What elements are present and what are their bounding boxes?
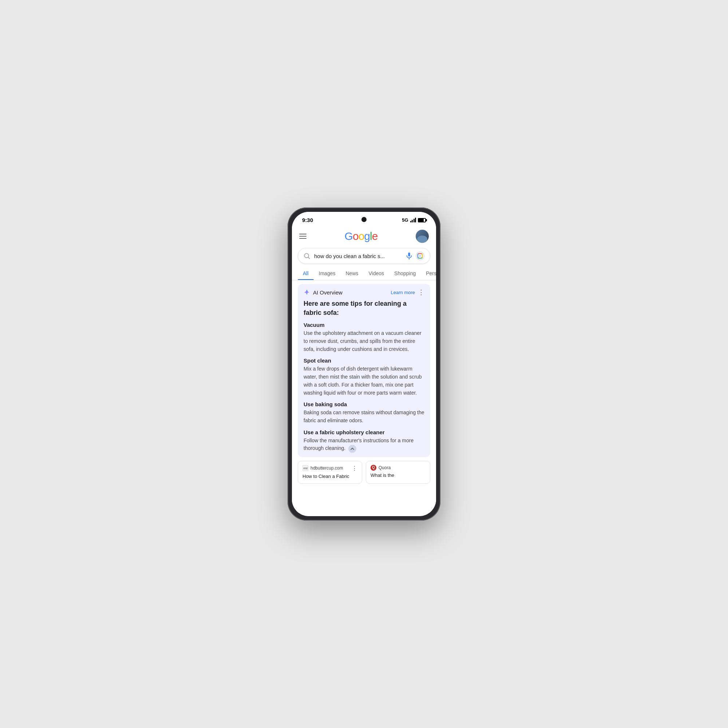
svg-point-5 — [419, 255, 422, 257]
ai-tip-text-1: Mix a few drops of dish detergent with l… — [304, 365, 424, 397]
source-card-header-0: #/d hdbuttercup.com ⋮ — [303, 465, 358, 472]
ai-label: AI Overview — [313, 289, 343, 295]
search-query: how do you clean a fabric s... — [314, 253, 402, 259]
avatar[interactable] — [416, 230, 429, 243]
source-more-icon-0[interactable]: ⋮ — [352, 465, 358, 472]
source-card-0[interactable]: #/d hdbuttercup.com ⋮ How to Clean a Fab… — [298, 461, 362, 484]
tab-videos[interactable]: Videos — [364, 267, 390, 280]
content-area: Google how do you clean a fabric s... — [292, 226, 436, 513]
learn-more-link[interactable]: Learn more — [391, 290, 415, 295]
ai-tip-title-2: Use baking soda — [304, 401, 424, 407]
tab-pers[interactable]: Pers... — [421, 267, 436, 280]
status-bar: 9:30 5G — [292, 212, 436, 226]
voice-search-icon[interactable] — [405, 252, 413, 260]
status-time: 9:30 — [302, 217, 313, 223]
search-tabs: All Images News Videos Shopping Pers... — [292, 267, 436, 280]
network-label: 5G — [402, 217, 408, 223]
ai-overview-section: AI Overview Learn more ⋮ Here are some t… — [298, 284, 430, 457]
ai-label-row: AI Overview — [304, 289, 343, 295]
source-domain-1: Quora — [379, 465, 425, 470]
battery-icon — [418, 218, 426, 222]
ai-tip-text-0: Use the upholstery attachment on a vacuu… — [304, 329, 424, 353]
google-header: Google — [292, 226, 436, 245]
ai-heading: Here are some tips for cleaning a fabric… — [304, 299, 424, 317]
search-bar[interactable]: how do you clean a fabric s... — [298, 248, 430, 264]
source-card-header-1: Q Quora — [370, 465, 425, 471]
source-card-1[interactable]: Q Quora What is the — [366, 461, 430, 484]
ai-tip-title-0: Vacuum — [304, 322, 424, 328]
google-lens-icon[interactable] — [415, 251, 425, 261]
camera-notch — [361, 217, 367, 222]
search-icon — [303, 252, 310, 260]
tab-shopping[interactable]: Shopping — [389, 267, 421, 280]
ai-tip-title-3: Use a fabric upholstery cleaner — [304, 429, 424, 435]
signal-icon — [410, 218, 416, 222]
ai-overview-header: AI Overview Learn more ⋮ — [304, 288, 424, 296]
collapse-icon[interactable] — [348, 445, 356, 453]
ai-header-right: Learn more ⋮ — [391, 288, 424, 296]
source-cards: #/d hdbuttercup.com ⋮ How to Clean a Fab… — [298, 461, 430, 484]
ai-tip-text-3: Follow the manufacturer's instructions f… — [304, 437, 424, 453]
ai-content: Here are some tips for cleaning a fabric… — [304, 299, 424, 453]
source-favicon-0: #/d — [303, 465, 308, 471]
hamburger-menu-icon[interactable] — [299, 234, 306, 239]
source-title-1: What is the — [370, 472, 425, 479]
phone-frame: 9:30 5G — [288, 208, 440, 520]
status-icons: 5G — [402, 217, 426, 223]
ai-diamond-icon — [304, 289, 310, 295]
tab-all[interactable]: All — [298, 267, 314, 280]
tab-news[interactable]: News — [340, 267, 363, 280]
svg-line-1 — [308, 257, 310, 259]
source-title-0: How to Clean a Fabric — [303, 473, 358, 480]
google-logo: Google — [345, 230, 378, 242]
source-favicon-1: Q — [370, 465, 376, 471]
phone-screen: 9:30 5G — [292, 212, 436, 516]
svg-rect-2 — [408, 252, 410, 257]
source-domain-0: hdbuttercup.com — [310, 466, 352, 471]
ai-tip-text-2: Baking soda can remove stains without da… — [304, 409, 424, 424]
tab-images[interactable]: Images — [314, 267, 341, 280]
ai-tip-title-1: Spot clean — [304, 358, 424, 364]
more-options-icon[interactable]: ⋮ — [418, 288, 424, 296]
